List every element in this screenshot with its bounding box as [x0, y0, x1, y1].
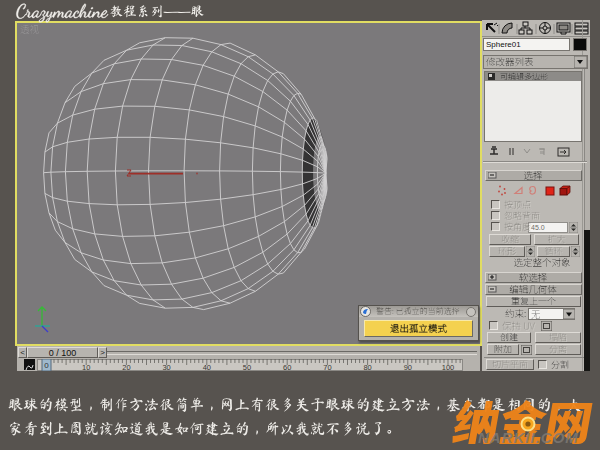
- svg-text:NARKII.COM: NARKII.COM: [478, 429, 579, 446]
